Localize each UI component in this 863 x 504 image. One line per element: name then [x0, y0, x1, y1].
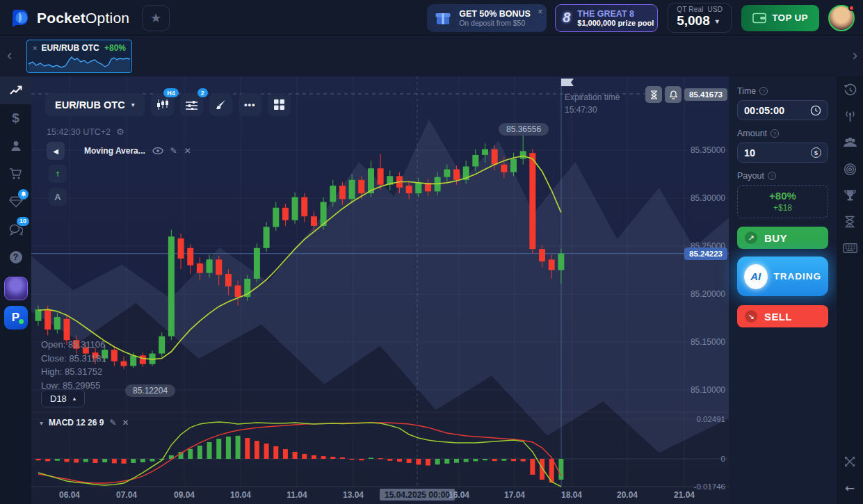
- edit-pencil-icon[interactable]: ✎: [170, 146, 177, 156]
- account-type: QT Real: [677, 6, 703, 13]
- account-balance-selector[interactable]: QT Real USD 5,008▾: [668, 3, 732, 33]
- expiration-label: Expiration time: [565, 91, 620, 104]
- ohlc-open: Open: 85.31106: [41, 338, 106, 352]
- indicators-button[interactable]: 2: [180, 93, 203, 116]
- sidebar-item-hotkeys[interactable]: [837, 235, 863, 261]
- main-chart-canvas[interactable]: 85.3500085.3000085.2500085.2000085.15000…: [31, 76, 729, 504]
- tabs-scroll-left-icon[interactable]: ‹: [7, 49, 12, 63]
- target-icon: [844, 163, 857, 176]
- sidebar-item-social-trading[interactable]: [837, 129, 863, 156]
- chevron-down-icon: ▾: [716, 17, 719, 25]
- bonus-subtitle: On deposit from $50: [459, 19, 531, 27]
- ohlc-readout: Open: 85.31106 Close: 85.31181 High: 85.…: [41, 338, 106, 392]
- brand-name: PocketOption: [37, 10, 129, 26]
- svg-text:18.04: 18.04: [561, 490, 582, 500]
- expiration-time: 15:47:30: [565, 104, 620, 116]
- text-tool-button[interactable]: A: [49, 188, 67, 206]
- great8-promo-tile[interactable]: [4, 277, 28, 300]
- help-icon[interactable]: ?: [768, 172, 776, 180]
- remove-macd-icon[interactable]: ✕: [122, 418, 129, 428]
- ohlc-high: High: 85.31752: [41, 365, 106, 379]
- drawing-tools-button[interactable]: [209, 93, 232, 116]
- candlestick-icon: [156, 99, 168, 110]
- pocket-option-app-tile[interactable]: P: [4, 306, 28, 330]
- eye-icon[interactable]: [152, 147, 163, 154]
- sell-button[interactable]: ↘ SELL: [737, 305, 828, 327]
- arrow-up-right-icon: ↗: [745, 231, 757, 244]
- svg-text:85.10000: 85.10000: [691, 385, 725, 395]
- alert-button[interactable]: [665, 86, 681, 103]
- expiration-time-input[interactable]: 00:05:00: [737, 100, 828, 120]
- bonus-close-icon[interactable]: ×: [538, 7, 542, 17]
- help-icon[interactable]: ?: [771, 129, 779, 138]
- hourglass-icon: [844, 216, 855, 228]
- alert-price-badge[interactable]: 85.41673: [684, 88, 727, 101]
- payout-box: +80% +$18: [737, 185, 828, 218]
- sidebar-item-tournaments[interactable]: [837, 182, 863, 209]
- collapse-indicators-button[interactable]: ◀: [47, 142, 65, 160]
- fullscreen-button[interactable]: [837, 448, 863, 475]
- amount-label-row: Amount?: [737, 129, 828, 138]
- svg-text:16.04: 16.04: [449, 490, 469, 500]
- tab-payout: +80%: [104, 43, 126, 53]
- alert-controls: 85.41673: [645, 86, 727, 103]
- top-up-button[interactable]: TOP UP: [741, 5, 819, 31]
- more-tools-button[interactable]: •••: [239, 93, 261, 116]
- sidebar-item-achievements-target[interactable]: [837, 156, 863, 182]
- avatar[interactable]: [828, 5, 855, 31]
- svg-text:0.02491: 0.02491: [696, 415, 725, 423]
- chart-type-button[interactable]: H4: [151, 93, 174, 116]
- tournament-banner[interactable]: 8 THE GREAT 8 $1,000,000 prize pool: [555, 4, 658, 32]
- svg-text:85.35000: 85.35000: [691, 145, 725, 155]
- arrow-down-right-icon: ↘: [745, 310, 757, 323]
- tabs-scroll-right-icon[interactable]: ›: [853, 49, 857, 63]
- ai-trading-label: TRADING: [774, 271, 822, 282]
- top-bar: PocketOption ★ GET 50% BONUS On deposit …: [0, 0, 863, 36]
- symbol-selector-button[interactable]: EUR/RUB OTC ▾: [45, 93, 145, 116]
- layout-grid-button[interactable]: [268, 93, 291, 116]
- chart-region: 85.3500085.3000085.2500085.2000085.15000…: [31, 76, 729, 504]
- edit-pencil-icon[interactable]: ✎: [109, 418, 116, 428]
- sidebar-item-achievements[interactable]: [0, 188, 31, 216]
- remove-indicator-icon[interactable]: ✕: [184, 146, 191, 156]
- zoom-preset-dropdown[interactable]: D18 ▴: [41, 389, 85, 407]
- svg-text:15.04.2025 00:00: 15.04.2025 00:00: [385, 490, 450, 500]
- collapse-macd-icon[interactable]: ▾: [40, 419, 43, 427]
- indicator-name: Moving Avera...: [84, 146, 145, 156]
- pending-order-button[interactable]: [645, 86, 662, 103]
- amount-input[interactable]: 10 $: [737, 143, 828, 163]
- gear-icon[interactable]: ⚙: [116, 127, 124, 137]
- brush-icon: [215, 99, 226, 111]
- low-price-marker: 85.12204: [125, 384, 175, 397]
- sidebar-item-finance[interactable]: $: [0, 104, 31, 132]
- right-sidebar: ←: [837, 76, 863, 504]
- time-label-row: Time?: [737, 86, 828, 96]
- tab-close-icon[interactable]: ×: [33, 44, 37, 52]
- help-icon[interactable]: ?: [759, 87, 768, 95]
- payout-percent: +80%: [738, 190, 828, 202]
- sidebar-item-market[interactable]: [0, 160, 31, 188]
- tournament-prize: $1,000,000 prize pool: [577, 19, 654, 27]
- brand-logo[interactable]: PocketOption: [0, 8, 129, 29]
- sidebar-item-trade-history[interactable]: [837, 76, 863, 103]
- left-sidebar: $ 10: [0, 76, 31, 504]
- sidebar-item-signals[interactable]: [837, 103, 863, 129]
- sidebar-item-help[interactable]: ?: [0, 243, 31, 271]
- ai-trading-button[interactable]: AI TRADING: [737, 257, 828, 296]
- timeframe-badge: H4: [163, 88, 179, 97]
- grid-icon: [274, 99, 284, 110]
- favorites-star-button[interactable]: ★: [142, 5, 170, 31]
- svg-text:85.15000: 85.15000: [691, 337, 725, 347]
- amount-value: 10: [744, 147, 755, 158]
- sidebar-item-trading[interactable]: [0, 76, 31, 104]
- svg-text:21.04: 21.04: [674, 490, 695, 500]
- balance-value: 5,008: [677, 13, 710, 29]
- buy-button[interactable]: ↗ BUY: [737, 227, 828, 249]
- sidebar-item-chat[interactable]: 10: [0, 216, 31, 243]
- asset-tab-eur-rub[interactable]: × EUR/RUB OTC +80%: [26, 40, 132, 73]
- collapse-panel-icon[interactable]: ←: [837, 475, 863, 501]
- bonus-banner[interactable]: GET 50% BONUS On deposit from $50 ×: [427, 4, 547, 32]
- sidebar-item-profile[interactable]: [0, 132, 31, 160]
- arrow-tool-button[interactable]: ↑: [49, 165, 67, 183]
- sidebar-item-pending-trades[interactable]: [837, 209, 863, 235]
